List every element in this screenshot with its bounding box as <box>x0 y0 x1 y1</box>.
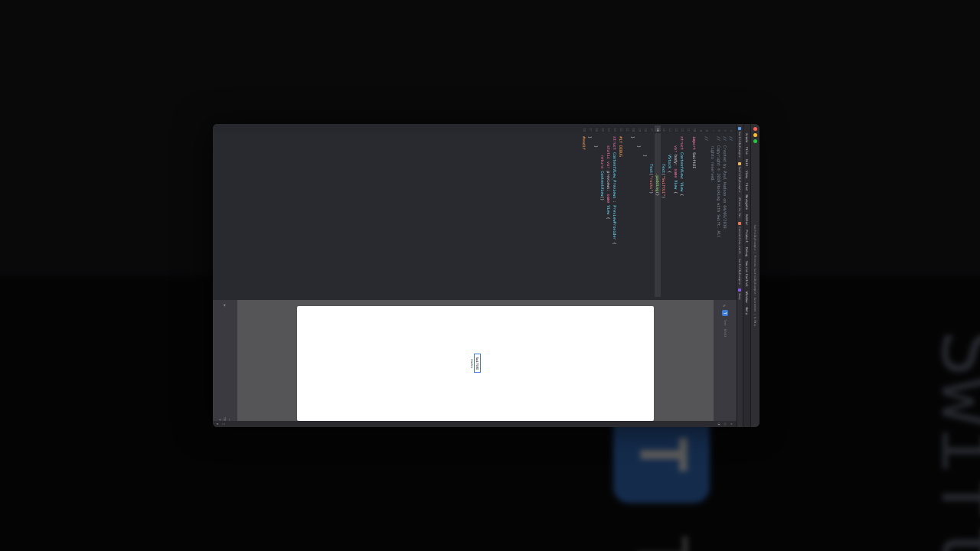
crumb-type[interactable]: SwiftUIByExample <box>739 259 742 285</box>
chevron-right-icon: › <box>739 286 742 288</box>
menu-product[interactable]: Product <box>745 230 749 243</box>
line-number: 12 <box>679 126 685 132</box>
code-line[interactable]: } <box>642 136 648 297</box>
line-number: 21 <box>624 126 630 132</box>
chevron-right-icon: › <box>739 159 742 161</box>
code-line[interactable]: // Copyright © 2019 Hacking with Swift. … <box>716 136 722 297</box>
crumb-symbol[interactable]: body <box>739 293 742 299</box>
code-line[interactable]: } <box>593 136 599 297</box>
code-line[interactable]: Text("SwiftUI") <box>661 136 667 297</box>
live-preview-icon[interactable]: ▶ <box>223 305 227 307</box>
editor-split: 4567891011121314151617181920212223242526… <box>213 124 737 427</box>
line-number: 9 <box>697 126 704 132</box>
right-sidebar-icons: + ▢ ◨ ⋮ ▮ <box>213 421 737 427</box>
line-number: 15 <box>661 126 667 132</box>
canvas-preview: ✎ T Text 87×53 SwiftUI rocks ▶ − 75% <box>213 300 737 427</box>
build-status: SwiftUIByExample | Preview SwiftUIByExam… <box>754 225 757 327</box>
chevron-right-icon: › <box>739 194 742 195</box>
code-line[interactable]: struct ContentView: View { <box>679 136 685 297</box>
code-line[interactable]: // <box>728 136 734 297</box>
menu-window[interactable]: Window <box>745 292 749 302</box>
line-number: 16 <box>655 126 661 132</box>
library-icon[interactable]: + <box>730 423 733 425</box>
bg-swift-fragment: Swift. All <box>924 329 980 551</box>
chevron-right-icon: › <box>739 256 742 257</box>
line-number: 28 <box>581 126 587 132</box>
menu-edit[interactable]: Edit <box>745 159 749 167</box>
line-number: 8 <box>704 126 710 132</box>
line-number: 27 <box>587 126 593 132</box>
inspector-icon[interactable]: ◨ <box>717 423 721 425</box>
swift-file-icon <box>739 222 742 225</box>
code-line[interactable]: rights reserved. <box>710 136 716 297</box>
preview-footer: ▶ − 75% + <box>213 300 237 427</box>
line-number: 19 <box>636 126 642 132</box>
line-number: 14 <box>667 126 673 132</box>
traffic-lights <box>753 127 757 143</box>
preview-text-rocks[interactable]: rocks <box>470 359 474 368</box>
menu-debug[interactable]: Debug <box>745 247 749 256</box>
maximize-button[interactable] <box>753 139 757 143</box>
code-line[interactable]: static var previews: some View { <box>606 136 612 297</box>
line-number: 25 <box>599 126 606 132</box>
code-line[interactable]: .padding() <box>655 133 661 297</box>
folder-icon <box>739 162 742 165</box>
menu-editor[interactable]: Editor <box>745 214 749 225</box>
code-line[interactable]: var body: some View { <box>673 136 679 297</box>
chevron-right-icon: › <box>739 219 742 220</box>
menu-source-control[interactable]: Source Control <box>745 261 749 287</box>
code-line[interactable]: Text("rocks") <box>648 136 655 297</box>
menu-file[interactable]: File <box>745 147 749 155</box>
preview-text-swiftui[interactable]: SwiftUI <box>474 354 481 373</box>
preview-canvas[interactable]: SwiftUI rocks <box>237 300 714 427</box>
line-number: 20 <box>630 126 636 132</box>
code-editor[interactable]: 4567891011121314151617181920212223242526… <box>213 124 737 300</box>
property-icon <box>739 289 742 292</box>
menu-view[interactable]: View <box>745 171 749 178</box>
code-line[interactable]: VStack { <box>667 136 673 297</box>
line-number: 6 <box>716 126 722 132</box>
line-gutter: 4567891011121314151617181920212223242526… <box>213 124 737 133</box>
line-number: 17 <box>648 126 655 132</box>
line-number: 24 <box>606 126 612 132</box>
code-line[interactable]: } <box>587 136 593 297</box>
crumb-device[interactable]: iPhone Xs Max <box>739 197 742 217</box>
selection-dimensions: 87×53 <box>724 329 727 337</box>
wifi-icon: ⋮ <box>222 422 226 425</box>
line-number: 22 <box>618 126 624 132</box>
titlebar: SwiftUIByExample | Preview SwiftUIByExam… <box>750 124 760 427</box>
pin-icon[interactable]: ✎ <box>723 305 728 308</box>
code-line[interactable]: return ContentView() <box>599 136 606 297</box>
code-line[interactable]: #endif <box>581 136 587 297</box>
menu-xcode[interactable]: Xcode <box>745 133 749 142</box>
jump-bar[interactable]: SwiftUIByExample › SwiftUIByExample › iP… <box>737 124 743 427</box>
device-screen: SwiftUI rocks <box>297 306 655 421</box>
code-line[interactable]: } <box>630 136 636 297</box>
code-line[interactable] <box>697 136 704 297</box>
crumb-folder[interactable]: SwiftUIByExample <box>739 167 742 193</box>
preview-header: ✎ T Text 87×53 <box>714 300 737 427</box>
code-line[interactable]: // <box>704 136 710 297</box>
crumb-project[interactable]: SwiftUIByExample <box>739 132 742 158</box>
code-line[interactable]: import SwiftUI <box>691 136 697 297</box>
panel-toggle-icon[interactable]: ▢ <box>724 423 727 425</box>
code-content[interactable]: //// Created by Paul Hudson on 04/06/201… <box>213 133 737 300</box>
minimize-button[interactable] <box>753 133 757 137</box>
menu-find[interactable]: Find <box>745 183 749 191</box>
battery-icon: ▮ <box>216 423 220 425</box>
crumb-file[interactable]: ContentView.swift <box>739 227 742 254</box>
line-number: 10 <box>691 126 697 132</box>
code-line[interactable] <box>685 136 691 297</box>
menu-navigate[interactable]: Navigate <box>745 195 749 210</box>
code-line[interactable]: struct ContentView_Previews : PreviewPro… <box>612 136 618 297</box>
menu-help[interactable]: Help <box>745 307 749 315</box>
code-line[interactable]: // Created by Paul Hudson on 04/06/2019. <box>722 136 728 297</box>
line-number: 11 <box>685 126 691 132</box>
code-line[interactable]: #if DEBUG <box>618 136 624 297</box>
code-line[interactable]: } <box>636 136 642 297</box>
bg-dim-fragment: Text 87×53 <box>622 535 702 551</box>
line-number: 18 <box>642 126 648 132</box>
close-button[interactable] <box>753 127 757 131</box>
code-line[interactable] <box>624 136 630 297</box>
line-number: 26 <box>593 126 599 132</box>
